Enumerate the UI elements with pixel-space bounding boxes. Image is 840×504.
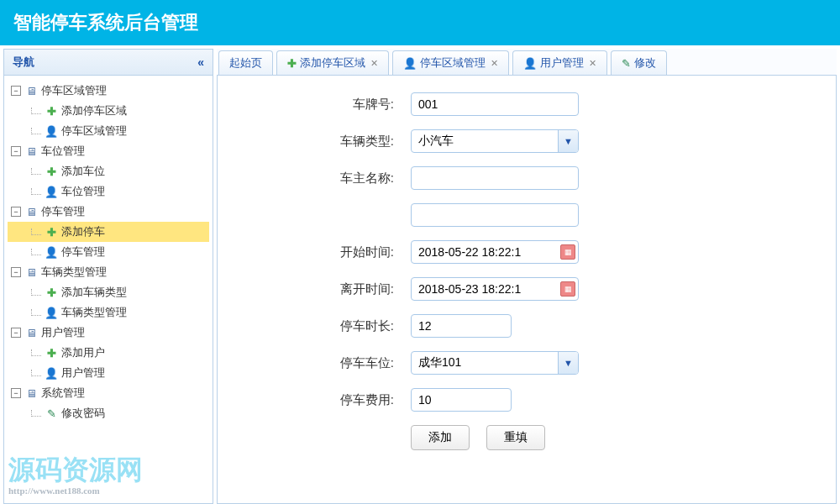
tree-label: 修改密码: [61, 406, 105, 421]
tree-label: 停车区域管理: [61, 123, 127, 139]
close-icon[interactable]: ✕: [370, 58, 378, 69]
tree-parent[interactable]: −🖥停车管理: [8, 202, 209, 222]
tree-toggle-icon[interactable]: −: [11, 388, 21, 398]
slot-label: 停车车位:: [243, 355, 394, 371]
tab-label: 起始页: [229, 55, 262, 71]
app-title: 智能停车系统后台管理: [13, 12, 198, 33]
sidebar-title-bar: 导航 «: [4, 50, 213, 76]
tree-label: 车辆类型管理: [41, 265, 107, 280]
tree-parent[interactable]: −🖥停车区域管理: [8, 81, 209, 101]
pencil-icon: ✎: [622, 57, 631, 70]
monitor-icon: 🖥: [24, 326, 38, 339]
tree-label: 停车管理: [41, 204, 85, 219]
tree-label: 添加用户: [61, 345, 105, 360]
type-select[interactable]: [411, 129, 579, 153]
slot-select[interactable]: [411, 351, 579, 375]
tree-child[interactable]: 👤停车管理: [8, 242, 209, 262]
fee-input[interactable]: [411, 388, 512, 412]
reset-button[interactable]: 重填: [486, 425, 545, 450]
tree-label: 添加停车区域: [61, 103, 127, 118]
tree-child[interactable]: 👤车位管理: [8, 181, 209, 202]
extra-input[interactable]: [411, 203, 579, 227]
tree-label: 停车区域管理: [41, 83, 107, 98]
tab-strip: 起始页✚添加停车区域 ✕👤停车区域管理 ✕👤用户管理 ✕✎修改: [217, 49, 837, 76]
tree-child[interactable]: ✚添加用户: [8, 343, 209, 363]
tab-label: 修改: [634, 55, 656, 71]
owner-input[interactable]: [411, 166, 579, 190]
tree-label: 添加车位: [61, 164, 105, 179]
tree-toggle-icon[interactable]: −: [11, 328, 21, 338]
add-icon: ✚: [287, 57, 297, 70]
main-area: 起始页✚添加停车区域 ✕👤停车区域管理 ✕👤用户管理 ✕✎修改 车牌号: 车辆类…: [217, 49, 837, 504]
tab[interactable]: 👤用户管理 ✕: [512, 50, 607, 75]
tab[interactable]: 👤停车区域管理 ✕: [392, 50, 509, 75]
owner-label: 车主名称:: [243, 171, 394, 186]
user-icon: 👤: [403, 57, 417, 70]
tree-child[interactable]: 👤用户管理: [8, 363, 209, 383]
start-input[interactable]: [411, 240, 579, 264]
submit-button[interactable]: 添加: [411, 425, 470, 450]
user-icon: 👤: [523, 57, 537, 70]
tab[interactable]: ✎修改: [611, 50, 667, 75]
tree-label: 系统管理: [41, 386, 85, 401]
tree-parent[interactable]: −🖥系统管理: [8, 383, 209, 403]
tree-toggle-icon[interactable]: −: [11, 207, 21, 217]
tab-content: 车牌号: 车辆类型: ▼ 车主名称: 开始时间:: [217, 76, 837, 504]
end-input[interactable]: [411, 277, 579, 301]
plate-label: 车牌号:: [243, 97, 394, 113]
tree-label: 车位管理: [61, 184, 105, 199]
plate-input[interactable]: [411, 92, 579, 116]
tree-child[interactable]: 👤车辆类型管理: [8, 302, 209, 323]
tree-parent[interactable]: −🖥用户管理: [8, 323, 209, 343]
tree-child[interactable]: ✚添加车辆类型: [8, 282, 209, 302]
duration-label: 停车时长:: [243, 318, 394, 334]
end-label: 离开时间:: [243, 281, 394, 297]
tree-label: 添加车辆类型: [61, 285, 127, 300]
tree-label: 用户管理: [61, 365, 105, 381]
tree-label: 用户管理: [41, 325, 85, 340]
tree-child[interactable]: ✚添加停车: [8, 222, 209, 242]
monitor-icon: 🖥: [24, 265, 38, 279]
monitor-icon: 🖥: [24, 205, 38, 218]
app-header: 智能停车系统后台管理: [0, 0, 840, 45]
tab-label: 用户管理: [540, 55, 584, 71]
sidebar-title: 导航: [13, 55, 34, 70]
tree-toggle-icon[interactable]: −: [11, 146, 21, 156]
close-icon[interactable]: ✕: [491, 58, 498, 69]
close-icon[interactable]: ✕: [589, 58, 596, 69]
tree-parent[interactable]: −🖥车辆类型管理: [8, 262, 209, 282]
tree-label: 车位管理: [41, 144, 85, 159]
tree-child[interactable]: 👤停车区域管理: [8, 121, 209, 141]
tree-child[interactable]: ✚添加停车区域: [8, 101, 209, 121]
monitor-icon: 🖥: [24, 84, 38, 97]
tree-label: 停车管理: [61, 244, 105, 260]
nav-tree: −🖥停车区域管理✚添加停车区域👤停车区域管理−🖥车位管理✚添加车位👤车位管理−🖥…: [4, 76, 213, 428]
tree-child[interactable]: ✚添加车位: [8, 161, 209, 181]
tree-child[interactable]: ✎修改密码: [8, 403, 209, 423]
tab[interactable]: ✚添加停车区域 ✕: [276, 50, 389, 75]
type-label: 车辆类型:: [243, 134, 394, 150]
start-label: 开始时间:: [243, 244, 394, 260]
tree-toggle-icon[interactable]: −: [11, 86, 21, 96]
tab-label: 添加停车区域: [300, 55, 365, 71]
tree-toggle-icon[interactable]: −: [11, 267, 21, 277]
tab-label: 停车区域管理: [420, 55, 486, 71]
duration-input[interactable]: [411, 314, 512, 338]
tree-label: 车辆类型管理: [61, 305, 127, 320]
tab[interactable]: 起始页: [218, 50, 273, 75]
fee-label: 停车费用:: [243, 392, 394, 408]
tree-parent[interactable]: −🖥车位管理: [8, 141, 209, 161]
sidebar: 导航 « −🖥停车区域管理✚添加停车区域👤停车区域管理−🖥车位管理✚添加车位👤车…: [3, 49, 213, 504]
monitor-icon: 🖥: [24, 386, 38, 400]
tree-label: 添加停车: [61, 224, 105, 239]
monitor-icon: 🖥: [24, 144, 38, 158]
collapse-icon[interactable]: «: [197, 55, 204, 69]
